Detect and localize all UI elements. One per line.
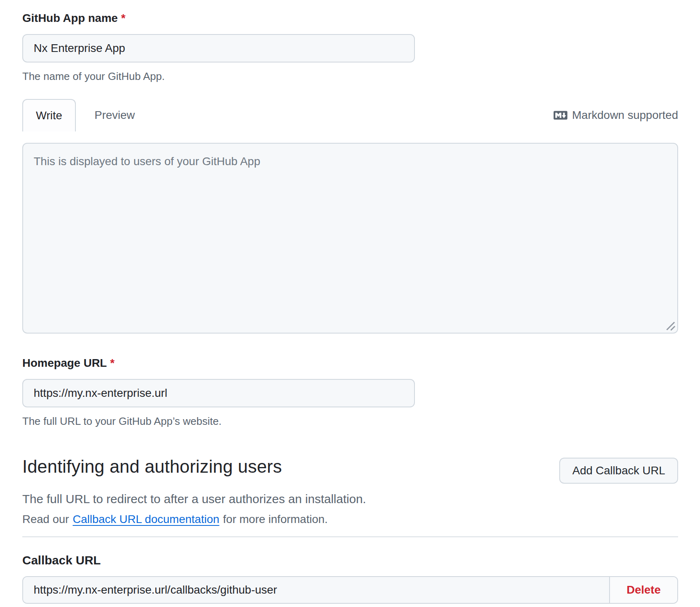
- app-name-label-text: GitHub App name: [22, 12, 118, 24]
- description-field: [22, 143, 678, 334]
- markdown-icon: [554, 108, 567, 122]
- docs-line-prefix: Read our: [22, 513, 69, 526]
- section-divider: [22, 536, 678, 537]
- callback-url-row: Delete: [22, 576, 678, 604]
- markdown-supported-note: Markdown supported: [554, 108, 678, 122]
- callback-url-label: Callback URL: [22, 553, 678, 567]
- authorize-section-heading: Identifying and authorizing users: [22, 456, 282, 477]
- homepage-url-field: Homepage URL* The full URL to your GitHu…: [22, 356, 678, 428]
- callback-docs-line: Read our Callback URL documentation for …: [22, 513, 678, 526]
- docs-line-suffix: for more information.: [223, 513, 328, 526]
- delete-callback-url-button[interactable]: Delete: [609, 577, 677, 603]
- tab-write[interactable]: Write: [22, 99, 76, 131]
- app-name-help: The name of your GitHub App.: [22, 70, 678, 83]
- authorize-section-subtitle: The full URL to redirect to after a user…: [22, 492, 678, 506]
- app-name-label: GitHub App name*: [22, 11, 678, 25]
- homepage-url-label-text: Homepage URL: [22, 357, 107, 369]
- description-textarea[interactable]: [22, 143, 678, 334]
- add-callback-url-button[interactable]: Add Callback URL: [559, 458, 678, 484]
- homepage-url-input[interactable]: [22, 379, 415, 407]
- markdown-supported-label: Markdown supported: [572, 109, 678, 122]
- required-asterisk: *: [121, 12, 125, 24]
- homepage-url-label: Homepage URL*: [22, 356, 678, 370]
- callback-url-documentation-link[interactable]: Callback URL documentation: [73, 513, 219, 526]
- homepage-url-help: The full URL to your GitHub App’s websit…: [22, 415, 678, 428]
- tab-preview[interactable]: Preview: [76, 99, 154, 131]
- required-asterisk: *: [110, 357, 114, 369]
- app-name-input[interactable]: [22, 34, 415, 62]
- resize-handle-icon[interactable]: [663, 319, 676, 331]
- github-app-settings-form: GitHub App name* The name of your GitHub…: [0, 0, 700, 607]
- callback-url-input[interactable]: [23, 577, 609, 603]
- description-tabs: Write Preview Markdown supported: [22, 99, 678, 131]
- authorize-section-header: Identifying and authorizing users Add Ca…: [22, 456, 678, 484]
